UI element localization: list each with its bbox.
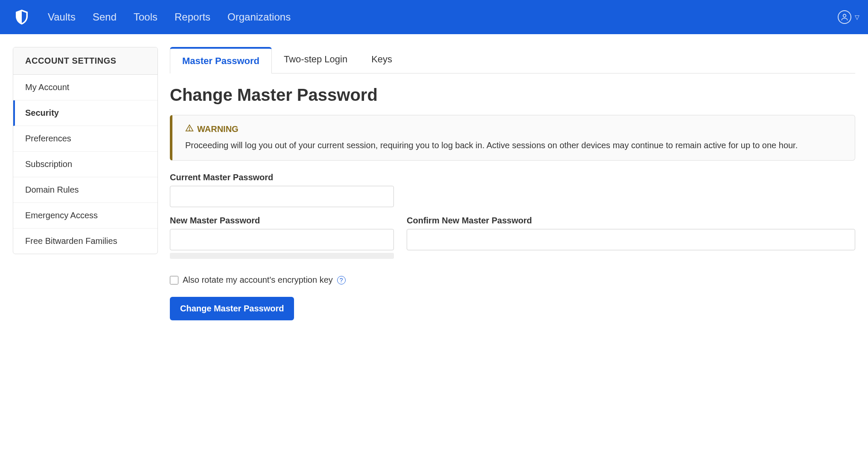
nav-link-reports[interactable]: Reports bbox=[175, 11, 210, 23]
confirm-password-input[interactable] bbox=[407, 229, 855, 250]
confirm-password-label: Confirm New Master Password bbox=[407, 216, 855, 226]
rotate-key-checkbox[interactable] bbox=[170, 276, 178, 284]
sidebar-item-my-account[interactable]: My Account bbox=[13, 75, 157, 100]
nav-link-vaults[interactable]: Vaults bbox=[48, 11, 76, 23]
current-password-input[interactable] bbox=[170, 186, 394, 207]
change-password-button[interactable]: Change Master Password bbox=[170, 297, 294, 320]
nav-link-send[interactable]: Send bbox=[93, 11, 117, 23]
tab-keys[interactable]: Keys bbox=[359, 47, 404, 73]
sidebar-item-domain-rules[interactable]: Domain Rules bbox=[13, 177, 157, 203]
top-navigation: Vaults Send Tools Reports Organizations … bbox=[0, 0, 868, 34]
rotate-key-label: Also rotate my account's encryption key bbox=[183, 275, 333, 285]
password-strength-bar bbox=[170, 253, 394, 259]
svg-point-0 bbox=[843, 14, 846, 17]
nav-links: Vaults Send Tools Reports Organizations bbox=[48, 11, 838, 23]
nav-link-tools[interactable]: Tools bbox=[134, 11, 157, 23]
current-password-label: Current Master Password bbox=[170, 173, 394, 182]
svg-point-2 bbox=[189, 130, 189, 130]
user-avatar-icon bbox=[838, 10, 851, 24]
help-icon[interactable]: ? bbox=[337, 276, 346, 284]
main-content: Master Password Two-step Login Keys Chan… bbox=[170, 47, 868, 320]
new-password-input[interactable] bbox=[170, 229, 394, 250]
sidebar-item-security[interactable]: Security bbox=[13, 100, 157, 126]
tab-master-password[interactable]: Master Password bbox=[170, 47, 272, 73]
tab-two-step-login[interactable]: Two-step Login bbox=[272, 47, 359, 73]
warning-title: WARNING bbox=[197, 124, 239, 134]
page-title: Change Master Password bbox=[170, 85, 855, 105]
settings-sidebar: ACCOUNT SETTINGS My Account Security Pre… bbox=[13, 47, 158, 254]
shield-logo-icon bbox=[13, 8, 31, 26]
sidebar-item-emergency-access[interactable]: Emergency Access bbox=[13, 203, 157, 229]
chevron-down-icon: ▽ bbox=[855, 14, 859, 21]
warning-body: Proceeding will log you out of your curr… bbox=[185, 139, 842, 152]
warning-callout: WARNING Proceeding will log you out of y… bbox=[170, 115, 855, 161]
warning-icon bbox=[185, 124, 194, 135]
nav-link-organizations[interactable]: Organizations bbox=[227, 11, 291, 23]
sidebar-item-subscription[interactable]: Subscription bbox=[13, 152, 157, 177]
security-tabs: Master Password Two-step Login Keys bbox=[170, 47, 855, 73]
sidebar-header: ACCOUNT SETTINGS bbox=[13, 47, 157, 75]
new-password-label: New Master Password bbox=[170, 216, 394, 226]
sidebar-item-free-families[interactable]: Free Bitwarden Families bbox=[13, 229, 157, 254]
sidebar-item-preferences[interactable]: Preferences bbox=[13, 126, 157, 152]
account-menu[interactable]: ▽ bbox=[838, 10, 859, 24]
